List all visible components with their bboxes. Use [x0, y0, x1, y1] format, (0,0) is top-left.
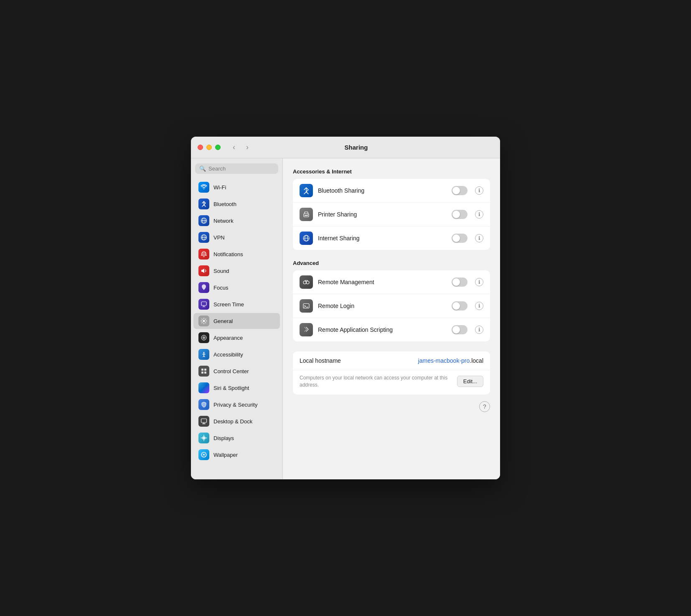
- content-area: 🔍 Wi-Fi: [191, 158, 500, 479]
- sidebar-label-network: Network: [213, 218, 234, 224]
- svg-rect-22: [305, 215, 308, 216]
- desktop-icon: [198, 416, 209, 427]
- sidebar-item-accessibility[interactable]: Accessibility: [193, 346, 280, 362]
- hostname-row: Local hostname james-macbook-pro.local: [293, 351, 490, 370]
- general-icon: [198, 316, 209, 326]
- sidebar-item-siri[interactable]: Siri & Spotlight: [193, 380, 280, 396]
- remote-login-row: Remote Login ℹ: [293, 294, 490, 318]
- help-button[interactable]: ?: [479, 401, 490, 412]
- hostname-value: james-macbook-pro.local: [418, 357, 483, 364]
- bluetooth-sharing-info[interactable]: ℹ: [475, 186, 483, 195]
- remote-scripting-label: Remote Application Scripting: [318, 326, 447, 333]
- svg-rect-11: [201, 369, 203, 371]
- titlebar: ‹ › Sharing: [191, 137, 500, 158]
- sidebar-item-displays[interactable]: Displays: [193, 430, 280, 446]
- sidebar-label-appearance: Appearance: [213, 335, 243, 341]
- search-box[interactable]: 🔍: [195, 163, 278, 174]
- svg-point-10: [203, 352, 205, 353]
- sidebar-item-appearance[interactable]: Appearance: [193, 330, 280, 346]
- sidebar-label-vpn: VPN: [213, 234, 225, 241]
- notifications-icon: [198, 249, 209, 260]
- sidebar-label-focus: Focus: [213, 285, 228, 291]
- sidebar-label-desktop: Desktop & Dock: [213, 418, 252, 425]
- network-icon: [198, 215, 209, 226]
- help-row: ?: [293, 400, 490, 414]
- sidebar-item-wifi[interactable]: Wi-Fi: [193, 179, 280, 195]
- sidebar-item-vpn[interactable]: VPN: [193, 229, 280, 245]
- privacy-icon: [198, 399, 209, 410]
- svg-rect-17: [202, 424, 206, 424]
- svg-point-9: [203, 336, 205, 339]
- appearance-icon: [198, 332, 209, 343]
- remote-management-info[interactable]: ℹ: [475, 278, 483, 286]
- printer-sharing-info[interactable]: ℹ: [475, 210, 483, 219]
- search-input[interactable]: [208, 165, 274, 172]
- search-icon: 🔍: [199, 165, 206, 172]
- bluetooth-sharing-label: Bluetooth Sharing: [318, 187, 447, 194]
- sidebar-label-accessibility: Accessibility: [213, 351, 243, 358]
- printer-sharing-label: Printer Sharing: [318, 211, 447, 218]
- sidebar-label-bluetooth: Bluetooth: [213, 201, 236, 207]
- internet-sharing-info[interactable]: ℹ: [475, 234, 483, 242]
- internet-sharing-icon: [300, 232, 313, 245]
- sidebar-label-controlcenter: Control Center: [213, 368, 249, 374]
- sidebar-label-wifi: Wi-Fi: [213, 184, 226, 191]
- advanced-card: Remote Management ℹ Remote Login: [293, 270, 490, 341]
- screentime-icon: [198, 299, 209, 310]
- sidebar-item-notifications[interactable]: Notifications: [193, 246, 280, 262]
- bluetooth-sharing-toggle[interactable]: [452, 186, 467, 195]
- vpn-icon: [198, 232, 209, 243]
- wifi-icon: [198, 182, 209, 193]
- internet-sharing-row: Internet Sharing ℹ: [293, 227, 490, 250]
- internet-sharing-toggle[interactable]: [452, 234, 467, 243]
- svg-rect-29: [303, 304, 309, 308]
- sidebar-item-bluetooth[interactable]: Bluetooth: [193, 196, 280, 212]
- svg-rect-13: [201, 372, 203, 374]
- remote-management-toggle[interactable]: [452, 277, 467, 287]
- main-panel: Accessories & Internet Bluetooth Sharing…: [283, 158, 500, 479]
- sidebar-item-wallpaper[interactable]: Wallpaper: [193, 447, 280, 463]
- internet-sharing-label: Internet Sharing: [318, 235, 447, 242]
- siri-icon: [198, 382, 209, 393]
- sidebar-item-controlcenter[interactable]: Control Center: [193, 363, 280, 379]
- sidebar-item-network[interactable]: Network: [193, 213, 280, 229]
- svg-point-20: [203, 454, 205, 456]
- printer-sharing-toggle[interactable]: [452, 210, 467, 219]
- sidebar-item-screentime[interactable]: Screen Time: [193, 296, 280, 312]
- sidebar-label-wallpaper: Wallpaper: [213, 452, 238, 458]
- minimize-button[interactable]: [206, 145, 212, 150]
- section-advanced-title: Advanced: [293, 260, 490, 266]
- remote-login-info[interactable]: ℹ: [475, 302, 483, 310]
- svg-point-18: [202, 436, 206, 440]
- sidebar-item-privacy[interactable]: Privacy & Security: [193, 397, 280, 412]
- accessories-card: Bluetooth Sharing ℹ Printer Sharin: [293, 179, 490, 250]
- focus-icon: [198, 282, 209, 293]
- edit-button[interactable]: Edit...: [457, 376, 483, 387]
- sidebar-item-general[interactable]: General: [193, 313, 280, 329]
- close-button[interactable]: [198, 145, 203, 150]
- printer-sharing-row: Printer Sharing ℹ: [293, 203, 490, 227]
- sidebar-item-desktop[interactable]: Desktop & Dock: [193, 413, 280, 429]
- sidebar-label-general: General: [213, 318, 233, 324]
- sound-icon: [198, 265, 209, 276]
- window-title: Sharing: [219, 144, 493, 151]
- svg-rect-6: [201, 302, 206, 305]
- svg-rect-14: [204, 372, 206, 374]
- svg-rect-16: [201, 419, 207, 423]
- hostname-card: Local hostname james-macbook-pro.local C…: [293, 351, 490, 395]
- traffic-lights: [198, 145, 221, 150]
- remote-scripting-toggle[interactable]: [452, 325, 467, 334]
- bluetooth-sharing-row: Bluetooth Sharing ℹ: [293, 179, 490, 203]
- sidebar-item-sound[interactable]: Sound: [193, 263, 280, 279]
- sidebar-label-privacy: Privacy & Security: [213, 402, 257, 408]
- sidebar-item-focus[interactable]: Focus: [193, 280, 280, 295]
- hostname-label: Local hostname: [300, 357, 418, 364]
- remote-login-toggle[interactable]: [452, 301, 467, 311]
- wallpaper-icon: [198, 449, 209, 460]
- sidebar-label-siri: Siri & Spotlight: [213, 385, 249, 391]
- svg-rect-12: [204, 369, 206, 371]
- remote-scripting-info[interactable]: ℹ: [475, 326, 483, 334]
- svg-point-23: [307, 214, 308, 215]
- hostname-domain: .local: [470, 357, 483, 364]
- svg-point-15: [201, 385, 206, 390]
